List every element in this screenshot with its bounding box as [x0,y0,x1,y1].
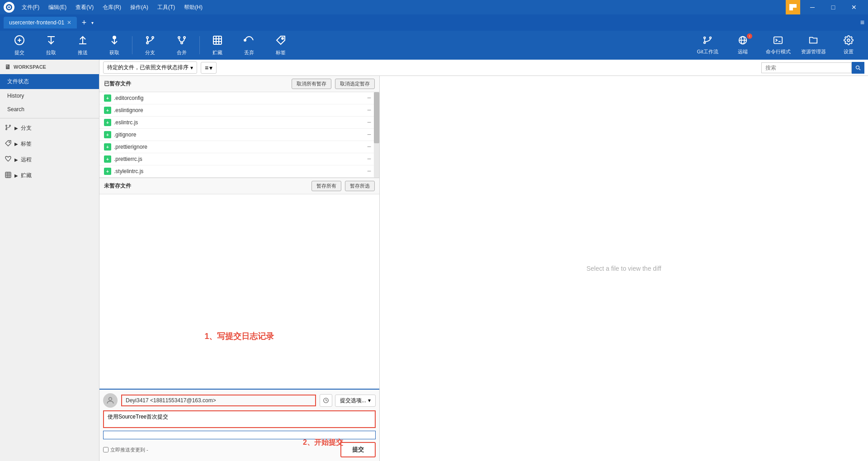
svg-point-36 [9,141,10,142]
content-area: 待定的文件，已依照文件状态排序 ▾ ≡ ▾ [99,60,868,461]
tab-dropdown-icon[interactable]: ▾ [91,20,94,25]
branch-section-label: 分支 [21,124,32,132]
fetch-button[interactable]: 获取 [99,32,130,59]
fetch-icon [109,35,120,47]
svg-point-23 [710,37,712,39]
menu-help[interactable]: 帮助(H) [180,3,206,12]
minimize-button[interactable]: ─ [802,0,823,14]
terminal-button[interactable]: 命令行模式 [762,32,794,59]
tag-button[interactable]: 标签 [265,32,297,59]
file-dash-3: − [367,131,371,139]
filter-list-button[interactable]: ≡ ▾ [201,62,217,74]
push-checkbox[interactable] [103,447,108,452]
unstaged-header: 未暂存文件 暂存所有 暂存所选 [99,178,379,194]
discard-button[interactable]: 丢弃 [233,32,265,59]
close-button[interactable]: ✕ [844,0,864,14]
new-tab-button[interactable]: + [79,17,90,28]
file-dash-2: − [367,118,371,127]
sidebar-section-remote[interactable]: ▶ 远程 [0,152,99,168]
staged-file-item[interactable]: + .prettierignore − [99,141,379,153]
staged-file-item[interactable]: + .editorconfig − [99,92,379,104]
commit-button[interactable]: 提交 [4,32,35,59]
sidebar-item-filestatus[interactable]: 文件状态 [0,74,99,89]
staged-file-item[interactable]: + .stylelintrc.js − [99,165,379,178]
staged-filename-2: .eslintrc.js [114,119,364,126]
workspace-header: 🖥 WORKSPACE [0,60,99,74]
push-button[interactable]: 推送 [67,32,99,59]
menu-tools[interactable]: 工具(T) [154,3,179,12]
toolbar-right: Git工作流 ! 远端 命令行模式 [692,32,864,59]
settings-button[interactable]: 设置 [833,32,864,59]
search-input[interactable] [761,62,852,73]
commit-options-button[interactable]: 提交选项... ▾ [335,395,376,407]
commit-top-right: 提交选项... ▾ [320,394,376,407]
staged-file-item[interactable]: + .prettierrc.js − [99,153,379,165]
staged-file-item[interactable]: + .eslintrc.js − [99,117,379,129]
commit-history-button[interactable] [320,394,332,407]
menu-edit[interactable]: 编辑(E) [45,3,70,12]
stash-section-label: 贮藏 [21,172,32,179]
branch-chevron-icon: ▶ [14,126,18,131]
active-tab[interactable]: usercenter-frontend-01 ✕ [4,17,77,28]
stash-button[interactable]: 贮藏 [202,32,233,59]
commit-extra-input[interactable] [103,431,376,439]
svg-point-14 [181,42,183,44]
unstaged-file-list [99,194,379,283]
stage-selected-button[interactable]: 暂存所选 [345,181,375,191]
tab-close-icon[interactable]: ✕ [67,19,71,26]
stage-all-button[interactable]: 暂存所有 [311,181,341,191]
tags-chevron-icon: ▶ [14,141,18,146]
flag-button[interactable] [786,0,800,14]
explorer-icon [808,35,818,47]
titlebar: 文件(F) 编辑(E) 查看(V) 仓库(R) 操作(A) 工具(T) 帮助(H… [0,0,868,14]
staged-scrollbar-thumb[interactable] [374,92,379,143]
sidebar-item-history[interactable]: History [0,89,99,103]
svg-point-21 [282,38,283,39]
sidebar-section-stash[interactable]: ▶ 贮藏 [0,168,99,183]
commit-label: 提交 [14,49,24,56]
explorer-button[interactable]: 资源管理器 [797,32,829,59]
maximize-button[interactable]: □ [823,0,844,14]
branch-section-icon [5,124,12,132]
settings-label: 设置 [844,48,854,55]
cancel-all-stash-button[interactable]: 取消所有暂存 [292,79,331,89]
terminal-icon [773,35,783,47]
menu-repo[interactable]: 仓库(R) [99,3,125,12]
staged-file-item[interactable]: + .gitignore − [99,129,379,141]
file-dash-0: − [367,94,371,102]
push-label: 推送 [78,49,88,56]
commit-message-input[interactable]: 使用SourceTree首次提交 [103,410,376,428]
remote-chevron-icon: ▶ [14,157,18,162]
svg-point-10 [146,42,148,44]
filter-dropdown-icon: ▾ [190,65,193,71]
remote-badge: ! [747,33,752,39]
commit-area: Deyi3417 <18811553417@163.com> 提交选项... [99,389,379,461]
sidebar-section-tags[interactable]: ▶ 标签 [0,136,99,152]
remote-button[interactable]: ! 远端 [727,32,759,59]
branch-label: 分支 [145,49,155,56]
unstaged-panel: 未暂存文件 暂存所有 暂存所选 [99,178,379,283]
file-dash-1: − [367,106,371,114]
unstaged-title: 未暂存文件 [104,182,308,190]
svg-point-8 [146,37,148,38]
sidebar: 🖥 WORKSPACE 文件状态 History Search ▶ 分支 [0,60,99,461]
hamburger-menu[interactable]: ≡ [860,19,864,27]
list-icon: ≡ [205,64,208,71]
search-button[interactable] [852,62,864,74]
menu-view[interactable]: 查看(V) [72,3,97,12]
menu-action[interactable]: 操作(A) [127,3,152,12]
sidebar-section-branch[interactable]: ▶ 分支 [0,120,99,136]
merge-button[interactable]: 合并 [166,32,198,59]
svg-point-44 [109,397,112,400]
gitflow-label: Git工作流 [697,48,718,55]
pull-button[interactable]: 拉取 [35,32,67,59]
staged-file-item[interactable]: + .eslintignore − [99,104,379,117]
commit-submit-button[interactable]: 提交 [340,442,376,457]
filter-dropdown[interactable]: 待定的文件，已依照文件状态排序 ▾ [103,61,197,74]
gitflow-button[interactable]: Git工作流 [692,32,723,59]
sidebar-item-search[interactable]: Search [0,103,99,116]
cancel-selected-stash-button[interactable]: 取消选定暂存 [335,79,375,89]
staged-title: 已暂存文件 [104,80,288,88]
branch-button[interactable]: 分支 [134,32,166,59]
menu-file[interactable]: 文件(F) [18,3,43,12]
